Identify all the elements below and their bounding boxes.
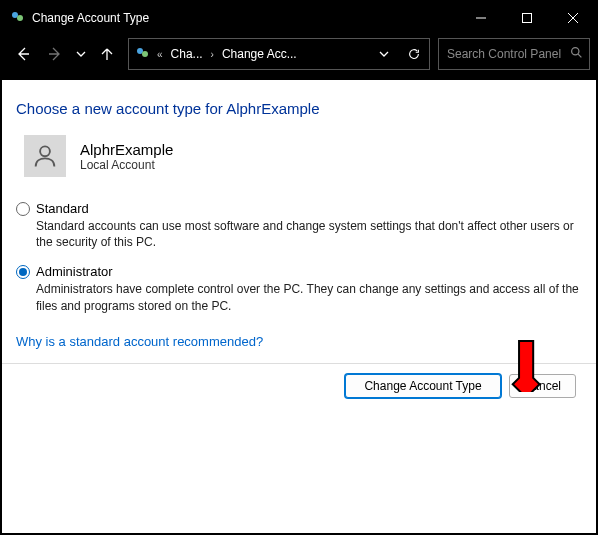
button-row: Change Account Type Cancel — [16, 374, 582, 398]
svg-point-5 — [572, 48, 579, 55]
address-bar[interactable]: « Cha... › Change Acc... — [128, 38, 430, 70]
svg-rect-2 — [523, 14, 532, 23]
search-box[interactable] — [438, 38, 590, 70]
divider — [2, 363, 596, 364]
breadcrumb-seg1[interactable]: Cha... — [167, 39, 207, 69]
cancel-button[interactable]: Cancel — [509, 374, 576, 398]
search-icon — [570, 46, 583, 62]
up-button[interactable] — [92, 39, 122, 69]
option-standard-desc: Standard accounts can use most software … — [16, 218, 582, 250]
address-icon — [129, 46, 153, 62]
user-block: AlphrExample Local Account — [16, 135, 582, 177]
content-area: Choose a new account type for AlphrExamp… — [2, 80, 596, 398]
maximize-button[interactable] — [504, 2, 550, 34]
option-administrator-label: Administrator — [36, 264, 113, 279]
radio-administrator[interactable] — [16, 265, 30, 279]
page-heading: Choose a new account type for AlphrExamp… — [16, 100, 582, 117]
chevron-left-icon: « — [153, 49, 167, 60]
window-title: Change Account Type — [28, 11, 458, 25]
back-button[interactable] — [8, 39, 38, 69]
option-administrator[interactable]: Administrator Administrators have comple… — [16, 264, 582, 313]
option-standard[interactable]: Standard Standard accounts can use most … — [16, 201, 582, 250]
breadcrumb-seg2[interactable]: Change Acc... — [218, 39, 301, 69]
svg-point-0 — [12, 12, 18, 18]
svg-point-1 — [17, 15, 23, 21]
user-name: AlphrExample — [80, 141, 173, 158]
search-input[interactable] — [439, 47, 589, 61]
minimize-button[interactable] — [458, 2, 504, 34]
titlebar: Change Account Type — [2, 2, 596, 34]
account-type-options: Standard Standard accounts can use most … — [16, 201, 582, 314]
change-account-type-button[interactable]: Change Account Type — [345, 374, 500, 398]
address-dropdown-button[interactable] — [369, 39, 399, 69]
svg-point-6 — [40, 146, 50, 156]
forward-button[interactable] — [40, 39, 70, 69]
option-standard-label: Standard — [36, 201, 89, 216]
refresh-button[interactable] — [399, 39, 429, 69]
help-link[interactable]: Why is a standard account recommended? — [16, 334, 263, 349]
option-administrator-desc: Administrators have complete control ove… — [16, 281, 582, 313]
avatar — [24, 135, 66, 177]
radio-standard[interactable] — [16, 202, 30, 216]
svg-point-3 — [137, 48, 143, 54]
user-subtitle: Local Account — [80, 158, 173, 172]
recent-dropdown-button[interactable] — [72, 39, 90, 69]
close-button[interactable] — [550, 2, 596, 34]
svg-point-4 — [142, 51, 148, 57]
app-icon — [2, 10, 28, 26]
chevron-right-icon: › — [207, 49, 218, 60]
navbar: « Cha... › Change Acc... — [2, 34, 596, 80]
